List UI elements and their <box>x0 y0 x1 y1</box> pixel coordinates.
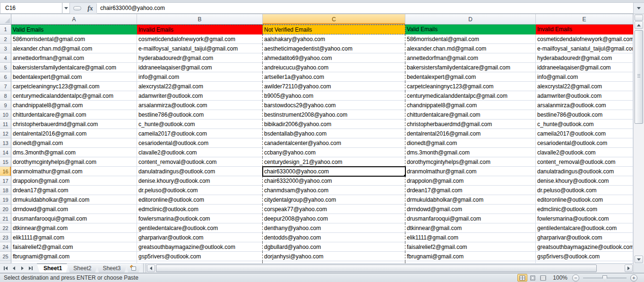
tab-scroll-splitter[interactable] <box>143 264 146 273</box>
cell-A3[interactable]: alexander.chan.md@gmail.com <box>11 44 137 53</box>
cell-C3[interactable]: aestheticimagedentist@yahoo.com <box>263 44 405 53</box>
cell-E6[interactable]: info@gmail.com <box>536 72 633 82</box>
zoom-level[interactable]: 100% <box>553 274 567 281</box>
row-header-24[interactable]: 24 <box>0 242 11 252</box>
cell-E17[interactable]: denise.khoury@outlook.com <box>536 176 633 186</box>
cell-B1[interactable]: Invalid Emails <box>137 25 263 34</box>
scroll-right-button[interactable] <box>625 265 633 272</box>
next-sheet-button[interactable] <box>18 265 26 272</box>
cell-E11[interactable]: c_hunte@outlook.com <box>536 120 633 129</box>
insert-function-button[interactable]: fx <box>84 3 96 14</box>
cell-B19[interactable]: editoronline@outlook.com <box>137 195 263 205</box>
cell-D25[interactable]: fbrugnami@gmail.com <box>405 252 536 261</box>
sheet-tab-sheet1[interactable]: Sheet1 <box>37 264 69 273</box>
row-header-19[interactable]: 19 <box>0 195 11 205</box>
page-layout-view-button[interactable] <box>528 274 538 282</box>
cell-C15[interactable]: centurydesign_21@yahoo.com <box>263 157 405 167</box>
row-header-12[interactable]: 12 <box>0 129 11 138</box>
cell-E15[interactable]: content_removal@outlook.com <box>536 157 633 167</box>
row-header-14[interactable]: 14 <box>0 148 11 157</box>
cell-B6[interactable]: info@gmail.com <box>137 72 263 82</box>
cell-C19[interactable]: citydentalgroup@yahoo.com <box>263 195 405 205</box>
cell-E8[interactable]: adamwriter@outlook.com <box>536 91 633 101</box>
row-header-22[interactable]: 22 <box>0 223 11 233</box>
cell-E23[interactable]: gharparivar@outlook.com <box>536 233 633 242</box>
cell-A19[interactable]: drmukuldabholkar@gmail.com <box>11 195 137 205</box>
cell-A11[interactable]: christopherbauerdmd@gmail.com <box>11 120 137 129</box>
cell-E16[interactable]: danulatradingus@outlook.com <box>536 167 633 176</box>
row-header-18[interactable]: 18 <box>0 186 11 195</box>
cell-D21[interactable]: drusmanfarooqui@gmail.com <box>405 214 536 223</box>
cell-D17[interactable]: drappolon@gmail.com <box>405 176 536 186</box>
cell-E14[interactable]: clavalle2@outlook.com <box>536 148 633 157</box>
zoom-slider-track[interactable] <box>583 278 627 278</box>
cell-D22[interactable]: dtkinnear@gmail.com <box>405 223 536 233</box>
cell-D20[interactable]: drrndowd@gmail.com <box>405 205 536 214</box>
cell-A4[interactable]: annettedorfman@gmail.com <box>11 53 137 63</box>
row-header-9[interactable]: 9 <box>0 101 11 110</box>
sheet-tab-sheet2[interactable]: Sheet2 <box>67 264 98 273</box>
fill-handle[interactable] <box>404 174 405 176</box>
column-header-D[interactable]: D <box>405 14 536 25</box>
cell-C22[interactable]: denthany@yahoo.com <box>263 223 405 233</box>
cell-E13[interactable]: cesariodental@outlook.com <box>536 138 633 148</box>
cell-C23[interactable]: dentodds@yahoo.com <box>263 233 405 242</box>
cell-B3[interactable]: e-mailfoysal_saniatul_taijul@gmail.com <box>137 44 263 53</box>
row-header-3[interactable]: 3 <box>0 44 11 53</box>
last-sheet-button[interactable] <box>27 265 34 272</box>
column-header-C[interactable]: C <box>263 14 405 25</box>
cell-D7[interactable]: carpetcleaningnyc123@gmail.com <box>405 82 536 91</box>
cell-E5[interactable]: iddraneelaqaiser@gmail.com <box>536 63 633 72</box>
cell-D10[interactable]: chitturdentalcare@gmail.com <box>405 110 536 120</box>
cell-D13[interactable]: dionedt@gmail.com <box>405 138 536 148</box>
cell-D6[interactable]: bedentalexpert@gmail.com <box>405 72 536 82</box>
cell-C2[interactable]: aalshakary@yahoo.com <box>263 34 405 44</box>
cell-B2[interactable]: cosmeticdendalofnewyork@gmail.com <box>137 34 263 44</box>
horizontal-scrollbar[interactable] <box>146 264 633 273</box>
cell-C10[interactable]: bestinstrument2008@yahoo.com <box>263 110 405 120</box>
cell-B12[interactable]: cameila2017@outlook.com <box>137 129 263 138</box>
cell-B10[interactable]: bestline786@outlook.com <box>137 110 263 120</box>
cell-C6[interactable]: artseller1a@yahoo.com <box>263 72 405 82</box>
column-header-B[interactable]: B <box>137 14 263 25</box>
cell-C18[interactable]: chanmdsam@yahoo.com <box>263 186 405 195</box>
row-header-13[interactable]: 13 <box>0 138 11 148</box>
cell-C17[interactable]: chair6332000@yahoo.com <box>263 176 405 186</box>
cell-A21[interactable]: drusmanfarooqui@gmail.com <box>11 214 137 223</box>
cell-A20[interactable]: drrndowd@gmail.com <box>11 205 137 214</box>
cell-A15[interactable]: dorothymcgintyhelps@gmail.com <box>11 157 137 167</box>
cell-E24[interactable]: greatsouthbaymagazine@outlook.com <box>536 242 633 252</box>
cell-E21[interactable]: fowlersmarina@outlook.com <box>536 214 633 223</box>
cell-C8[interactable]: b9005@yahoo.com <box>263 91 405 101</box>
cell-B20[interactable]: edmclinic@outlook.com <box>137 205 263 214</box>
cell-C12[interactable]: bsdentallab@yahoo.com <box>263 129 405 138</box>
vertical-scroll-thumb[interactable] <box>635 30 643 124</box>
cell-A8[interactable]: centurymedicalanddentalpc@gmail.com <box>11 91 137 101</box>
cell-D8[interactable]: centurymedicalanddentalpc@gmail.com <box>405 91 536 101</box>
cell-D14[interactable]: dms.3month@gmail.com <box>405 148 536 157</box>
row-header-10[interactable]: 10 <box>0 110 11 120</box>
cell-A23[interactable]: elik1111@gmail.com <box>11 233 137 242</box>
row-header-1[interactable]: 1 <box>0 25 11 34</box>
cell-A17[interactable]: drappolon@gmail.com <box>11 176 137 186</box>
cell-D16[interactable]: dranmolmathur@gmail.com <box>405 167 536 176</box>
cell-E4[interactable]: hyderabadouredr@gmail.com <box>536 53 633 63</box>
vertical-scrollbar[interactable] <box>633 14 644 264</box>
cell-B21[interactable]: fowlersmarina@outlook.com <box>137 214 263 223</box>
page-break-preview-button[interactable] <box>538 274 548 282</box>
cell-A1[interactable]: Valid Emails <box>11 25 137 34</box>
cell-C16[interactable]: chair633000@yahoo.com <box>263 167 405 176</box>
cell-B23[interactable]: gharparivar@outlook.com <box>137 233 263 242</box>
zoom-out-button[interactable]: − <box>572 274 579 282</box>
column-header-A[interactable]: A <box>11 14 137 25</box>
row-header-17[interactable]: 17 <box>0 176 11 186</box>
cell-D1[interactable]: Valid Emails <box>405 25 536 34</box>
horizontal-scroll-track[interactable] <box>155 265 624 272</box>
normal-view-button[interactable] <box>517 274 527 282</box>
cell-E1[interactable]: Invalid Emails <box>536 25 633 34</box>
cell-C4[interactable]: ahmedatito69@yahoo.com <box>263 53 405 63</box>
cell-C20[interactable]: corspeak77@yahoo.com <box>263 205 405 214</box>
cell-B9[interactable]: arsalanmirza@outlook.com <box>137 101 263 110</box>
row-header-7[interactable]: 7 <box>0 82 11 91</box>
zoom-slider-handle[interactable] <box>602 275 607 281</box>
